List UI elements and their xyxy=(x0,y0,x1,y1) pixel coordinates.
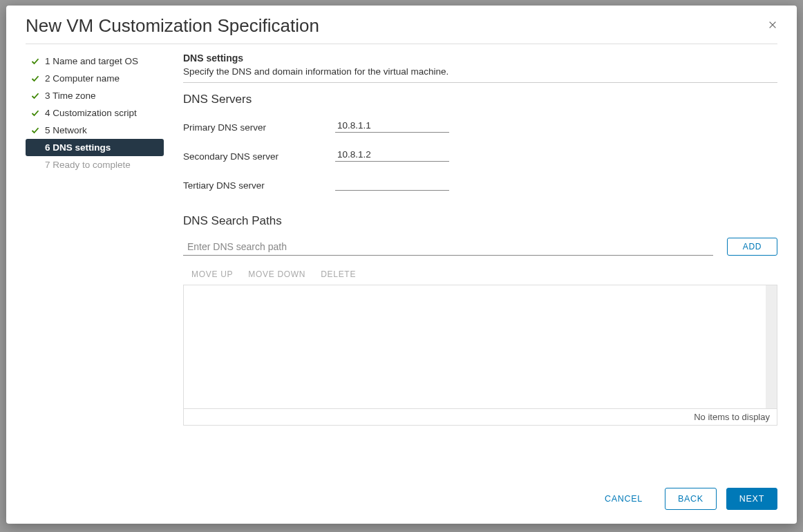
dns-search-row: ADD xyxy=(183,238,777,256)
section-title: DNS settings xyxy=(183,53,777,64)
secondary-dns-label: Secondary DNS server xyxy=(183,151,335,162)
step-label: 4 Customization script xyxy=(45,108,137,118)
primary-dns-label: Primary DNS server xyxy=(183,122,335,133)
primary-dns-input[interactable] xyxy=(335,119,449,133)
back-button[interactable]: BACK xyxy=(665,488,717,510)
step-label: 2 Computer name xyxy=(45,73,120,84)
dns-servers-heading: DNS Servers xyxy=(183,93,777,106)
move-up-button[interactable]: MOVE UP xyxy=(191,269,233,279)
tertiary-dns-row: Tertiary DNS server xyxy=(183,177,777,191)
check-icon xyxy=(30,75,41,83)
search-path-list xyxy=(183,285,777,409)
secondary-dns-row: Secondary DNS server xyxy=(183,148,777,162)
step-network[interactable]: 5 Network xyxy=(26,122,164,139)
step-ready-to-complete: 7 Ready to complete xyxy=(26,156,164,173)
list-viewport xyxy=(184,285,766,408)
wizard-modal: New VM Customization Specification 1 Nam… xyxy=(6,6,797,524)
add-search-path-button[interactable]: ADD xyxy=(727,238,777,256)
close-icon[interactable] xyxy=(768,19,777,33)
cancel-button[interactable]: CANCEL xyxy=(592,488,655,510)
search-path-toolbar: MOVE UP MOVE DOWN DELETE xyxy=(183,265,777,283)
check-icon xyxy=(30,57,41,66)
section-divider xyxy=(183,82,777,83)
next-button[interactable]: NEXT xyxy=(726,488,777,510)
step-label: 5 Network xyxy=(45,125,87,135)
list-empty-text: No items to display xyxy=(183,409,777,426)
tertiary-dns-input[interactable] xyxy=(335,177,449,191)
wizard-footer: CANCEL BACK NEXT xyxy=(6,477,797,524)
step-label: 7 Ready to complete xyxy=(45,160,131,170)
step-content: DNS settings Specify the DNS and domain … xyxy=(171,53,777,477)
wizard-steps: 1 Name and target OS 2 Computer name 3 T… xyxy=(26,53,171,477)
step-label: 6 DNS settings xyxy=(45,142,111,153)
dns-search-input[interactable] xyxy=(183,238,713,256)
modal-body: 1 Name and target OS 2 Computer name 3 T… xyxy=(6,44,797,477)
dns-search-heading: DNS Search Paths xyxy=(183,214,777,228)
list-scrollbar[interactable] xyxy=(766,285,777,408)
step-name-and-os[interactable]: 1 Name and target OS xyxy=(26,53,164,70)
modal-header: New VM Customization Specification xyxy=(6,6,797,44)
tertiary-dns-label: Tertiary DNS server xyxy=(183,180,335,191)
section-description: Specify the DNS and domain information f… xyxy=(183,66,777,77)
check-icon xyxy=(30,109,41,117)
modal-backdrop: New VM Customization Specification 1 Nam… xyxy=(0,0,803,532)
step-customization-script[interactable]: 4 Customization script xyxy=(26,104,164,122)
step-label: 1 Name and target OS xyxy=(45,56,138,66)
step-time-zone[interactable]: 3 Time zone xyxy=(26,87,164,104)
check-icon xyxy=(30,126,41,135)
step-dns-settings[interactable]: 6 DNS settings xyxy=(26,139,164,156)
move-down-button[interactable]: MOVE DOWN xyxy=(248,269,305,279)
step-computer-name[interactable]: 2 Computer name xyxy=(26,70,164,87)
modal-title: New VM Customization Specification xyxy=(26,15,319,37)
delete-button[interactable]: DELETE xyxy=(321,269,356,279)
secondary-dns-input[interactable] xyxy=(335,148,449,162)
primary-dns-row: Primary DNS server xyxy=(183,119,777,133)
step-label: 3 Time zone xyxy=(45,91,96,101)
check-icon xyxy=(30,92,41,100)
